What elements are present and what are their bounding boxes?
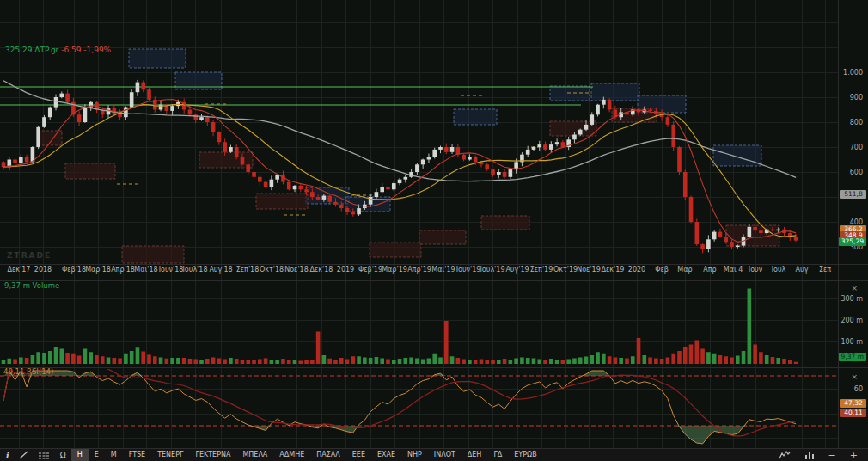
x-axis-label: Ιουν'18 [159, 266, 184, 274]
x-axis-label: Σεπ'19 [530, 266, 553, 274]
x-axis-label: Μαι'19 [431, 266, 455, 274]
ticker-tab-ΓΔ[interactable]: ΓΔ [487, 449, 508, 461]
x-axis-label: Αυγ'19 [505, 266, 529, 274]
x-axis-label: Απρ'19 [407, 266, 431, 274]
x-axis-label: Δεκ'18 [310, 266, 333, 274]
bar-chart-icon[interactable] [798, 449, 822, 461]
x-axis-label: Σεπ'18 [236, 266, 260, 274]
volume-indicator-label: 9,37 m Volume [4, 281, 59, 290]
timeframe-buttons: ΗΕΜ [71, 449, 123, 461]
x-axis-label: Ιουν [749, 266, 762, 274]
x-axis-label: Μαι'18 [134, 266, 157, 274]
rsi-axis-tick: 60 [854, 385, 863, 393]
chart-canvas[interactable] [0, 0, 868, 461]
info-icon[interactable]: i [0, 449, 14, 461]
volume-axis-tick: 300 m [840, 295, 863, 303]
ticker-tab-ΓΕΚΤΕΡΝΑ[interactable]: ΓΕΚΤΕΡΝΑ [189, 449, 236, 461]
symbol-header: 325,29 ΔTP.gr -6,59 -1,99% [5, 46, 111, 54]
trendline-icon[interactable] [14, 449, 34, 461]
x-axis-label: 2018 [34, 266, 52, 274]
ticker-tab-ΜΠΕΛΑ[interactable]: ΜΠΕΛΑ [236, 449, 273, 461]
price-axis-tick: 900 [850, 94, 863, 101]
volume-value-badge: 9,37 m [839, 353, 866, 361]
x-axis-label: Μαι 4 [724, 266, 743, 274]
price-axis-badge: 511,8 [840, 190, 866, 199]
ticker-tab-ΝΗΡ[interactable]: ΝΗΡ [401, 449, 428, 461]
x-axis-label: Απρ [703, 266, 716, 274]
x-axis-label: 2019 [337, 266, 354, 274]
rsi-value-badge: 40,11 [840, 409, 866, 417]
x-axis-label: Φεβ'19 [358, 266, 382, 274]
timeframe-Μ[interactable]: Μ [105, 449, 123, 461]
zoom-in-button[interactable]: + [843, 449, 865, 461]
timeframe-Ε[interactable]: Ε [89, 449, 105, 461]
price-axis-tick: 1.000 [843, 69, 863, 77]
ticker-tab-ΙΝΛΟΤ[interactable]: ΙΝΛΟΤ [428, 449, 462, 461]
x-axis-label: Οκτ'19 [553, 266, 578, 274]
x-axis-label: Νοε'19 [577, 266, 601, 274]
x-axis-label: Σεπ [819, 266, 831, 274]
symbol-price-label: 325,29 ΔTP.gr [5, 46, 58, 54]
x-axis-label: Αυγ'18 [209, 266, 232, 274]
price-axis-tick: 800 [850, 119, 863, 126]
ticker-tab-FTSE[interactable]: FTSE [123, 449, 151, 461]
bottom-toolbar: iΩ ΗΕΜ FTSEΤΕΝΕΡΓΓΕΚΤΕΡΝΑΜΠΕΛΑΑΔΜΗΕΠΑΣΑΛ… [0, 448, 868, 461]
toolbar-right-icons: −+ [772, 449, 868, 461]
x-axis-label: Μαρ'19 [382, 266, 407, 274]
timeframe-Η[interactable]: Η [71, 449, 89, 461]
rsi-value-badge: 47,32 [840, 399, 866, 408]
price-axis-badge: 325,29 [839, 237, 866, 246]
x-axis-label: Απρ'18 [111, 266, 135, 274]
ticker-tab-ΕΥΡΩΒ[interactable]: ΕΥΡΩΒ [508, 449, 542, 461]
ticker-tabs: FTSEΤΕΝΕΡΓΓΕΚΤΕΡΝΑΜΠΕΛΑΑΔΜΗΕΠΑΣΑΛΕΕΕΕΧΑΕ… [123, 449, 543, 461]
x-axis-label: Ιουλ [772, 266, 786, 274]
x-axis-label: Αυγ [796, 266, 809, 274]
symbol-change-label: -6,59 -1,99% [61, 46, 111, 54]
x-axis-label: Δεκ'19 [602, 266, 625, 274]
ticker-tab-ΕΧΑΕ[interactable]: ΕΧΑΕ [371, 449, 401, 461]
x-axis-label: Ιουλ'18 [183, 266, 208, 274]
x-axis-label: Φεβ [655, 266, 669, 274]
x-axis-label: Μαρ [677, 266, 692, 274]
x-axis-label: 2020 [628, 266, 645, 274]
volume-axis-tick: 100 m [840, 338, 863, 346]
price-axis-tick: 600 [850, 169, 863, 176]
rsi-indicator-label: 40,11 RSI(14) [3, 367, 53, 376]
line-chart-icon[interactable] [772, 449, 798, 461]
x-axis-label: Ιουλ'19 [480, 266, 505, 274]
x-axis-label: Νοε'18 [284, 266, 309, 274]
ticker-tab-ΠΑΣΑΛ[interactable]: ΠΑΣΑΛ [310, 449, 346, 461]
x-axis-label: Ιουν'19 [456, 266, 481, 274]
x-axis-label: Οκτ'18 [260, 266, 284, 274]
trading-app-window: 325,29 ΔTP.gr -6,59 -1,99% ZTRADE 9,37 m… [0, 0, 868, 461]
rsi-close-icon[interactable]: × [851, 373, 858, 381]
volume-axis-tick: 200 m [840, 317, 863, 324]
broker-watermark: ZTRADE [7, 251, 52, 260]
zoom-out-button[interactable]: − [822, 449, 843, 461]
indicators-icon[interactable] [34, 449, 55, 461]
ticker-tab-ΔΕΗ[interactable]: ΔΕΗ [462, 449, 488, 461]
ticker-tab-ΕΕΕ[interactable]: ΕΕΕ [346, 449, 371, 461]
price-axis-tick: 700 [850, 144, 863, 151]
ticker-tab-ΤΕΝΕΡΓ[interactable]: ΤΕΝΕΡΓ [151, 449, 189, 461]
omega-icon[interactable]: Ω [55, 449, 71, 461]
x-axis-label: Μαρ'18 [85, 266, 111, 274]
x-axis-label: Φεβ'18 [62, 266, 86, 274]
volume-close-icon[interactable]: × [851, 285, 858, 292]
x-axis-label: Δεκ'17 [8, 266, 31, 274]
ticker-tab-ΑΔΜΗΕ[interactable]: ΑΔΜΗΕ [273, 449, 310, 461]
toolbar-left-icons: iΩ [0, 449, 71, 461]
